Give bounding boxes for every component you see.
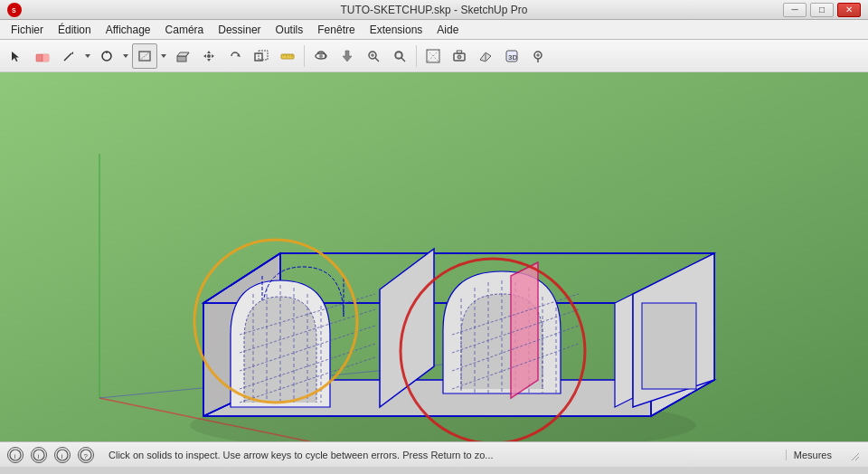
title-controls: ─ □ ✕	[783, 3, 861, 17]
toolbar-separator-2	[416, 45, 417, 67]
tool-zoom-extents[interactable]	[387, 43, 412, 69]
svg-line-6	[64, 53, 71, 61]
svg-marker-2	[12, 52, 19, 62]
tool-rectangle[interactable]	[132, 43, 157, 69]
tool-pan[interactable]	[335, 43, 360, 69]
svg-point-45	[458, 55, 461, 59]
svg-marker-11	[123, 54, 128, 58]
svg-text:3D: 3D	[508, 53, 517, 62]
menu-affichage[interactable]: Affichage	[99, 22, 158, 38]
svg-text:i: i	[38, 452, 40, 460]
menu-fichier[interactable]: Fichier	[4, 22, 51, 38]
maximize-button[interactable]: □	[810, 3, 834, 17]
toolbar-separator-1	[304, 45, 305, 67]
tool-eraser[interactable]	[30, 43, 55, 69]
svg-rect-39	[396, 52, 401, 58]
tool-3d-warehouse[interactable]: 3D	[499, 43, 524, 69]
svg-marker-89	[511, 262, 538, 398]
svg-rect-25	[259, 51, 268, 60]
title-bar-left: S	[7, 3, 22, 17]
menu-edition[interactable]: Édition	[51, 22, 99, 38]
status-icon-info1[interactable]: i	[7, 447, 24, 463]
status-icon-info2[interactable]: i	[31, 447, 47, 463]
tool-rectangle-dropdown[interactable]	[158, 43, 169, 69]
tool-pushpull[interactable]	[170, 43, 195, 69]
svg-marker-14	[161, 54, 166, 58]
menu-aide[interactable]: Aide	[429, 22, 466, 38]
svg-line-38	[401, 58, 405, 62]
app-logo: S	[7, 3, 22, 17]
svg-text:?: ?	[84, 452, 89, 460]
svg-rect-4	[42, 54, 49, 62]
tool-scale[interactable]	[249, 43, 274, 69]
tool-section-plane[interactable]	[473, 43, 498, 69]
menu-dessiner[interactable]: Dessiner	[211, 22, 268, 38]
tool-pencil[interactable]	[56, 43, 81, 69]
3d-model-svg	[0, 72, 868, 441]
svg-marker-8	[85, 54, 90, 58]
svg-text:S: S	[12, 7, 16, 14]
menu-fenetre[interactable]: Fenêtre	[310, 22, 362, 38]
svg-point-32	[319, 54, 323, 58]
svg-marker-19	[207, 59, 211, 62]
status-bar: i i i ? Click on solids to inspect. Use …	[0, 441, 868, 467]
viewport	[0, 72, 868, 441]
tool-rotate[interactable]	[222, 43, 248, 69]
tool-walk[interactable]	[420, 43, 446, 69]
svg-text:i: i	[61, 452, 63, 460]
window-title: TUTO-SKETCHUP.skp - SketchUp Pro	[0, 4, 868, 16]
menu-bar: Fichier Édition Affichage Caméra Dessine…	[0, 20, 868, 40]
svg-rect-101	[642, 303, 696, 389]
status-message: Click on solids to inspect. Use arrow ke…	[101, 450, 778, 460]
toolbar: 3D	[0, 40, 868, 72]
svg-line-13	[139, 52, 150, 61]
menu-camera[interactable]: Caméra	[158, 22, 212, 38]
tool-add-location[interactable]	[525, 43, 551, 69]
minimize-button[interactable]: ─	[783, 3, 807, 17]
status-icon-info3[interactable]: i	[54, 447, 71, 463]
tool-pencil-dropdown[interactable]	[82, 43, 93, 69]
svg-marker-21	[212, 54, 214, 58]
svg-marker-18	[207, 51, 211, 53]
tool-orbit[interactable]	[308, 43, 334, 69]
tool-zoom[interactable]	[361, 43, 386, 69]
tool-shape-dropdown[interactable]	[120, 43, 131, 69]
svg-marker-44	[457, 51, 462, 53]
svg-text:i: i	[14, 452, 16, 460]
svg-line-112	[852, 453, 859, 460]
title-bar: S TUTO-SKETCHUP.skp - SketchUp Pro ─ □ ✕	[0, 0, 868, 20]
svg-rect-15	[177, 56, 186, 62]
tool-tape-measure[interactable]	[275, 43, 300, 69]
status-icon-help[interactable]: ?	[78, 447, 94, 463]
resize-handle[interactable]	[846, 448, 861, 462]
svg-line-34	[375, 58, 379, 62]
svg-point-22	[207, 54, 211, 58]
tool-select[interactable]	[4, 43, 29, 69]
svg-line-113	[855, 457, 859, 460]
tool-move[interactable]	[196, 43, 222, 69]
svg-marker-90	[615, 294, 633, 407]
tool-position-camera[interactable]	[447, 43, 472, 69]
close-button[interactable]: ✕	[837, 3, 861, 17]
mesures-label: Mesures	[786, 450, 839, 460]
menu-outils[interactable]: Outils	[269, 22, 311, 38]
tool-shape[interactable]	[94, 43, 119, 69]
menu-extensions[interactable]: Extensions	[363, 22, 430, 38]
svg-marker-20	[203, 54, 206, 58]
